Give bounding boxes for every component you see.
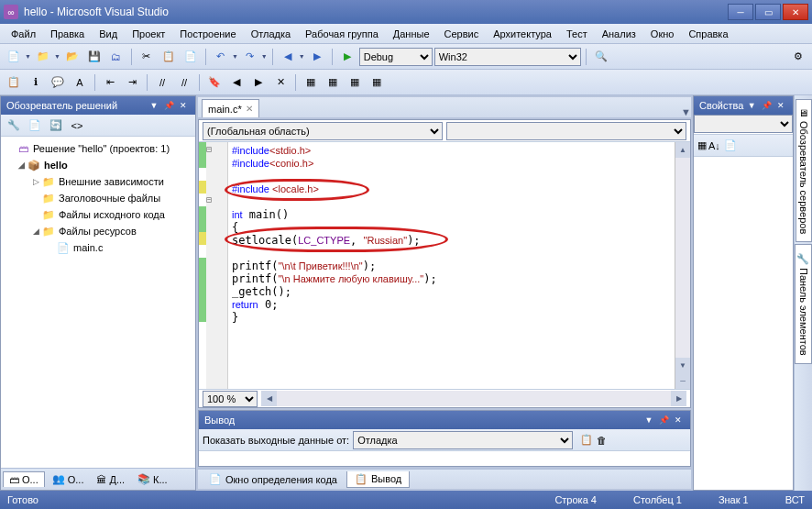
file-main-c[interactable]: main.c — [73, 242, 103, 253]
props-options-icon[interactable]: ▼ — [745, 99, 758, 112]
bookmark-button[interactable]: 🔖 — [204, 72, 225, 93]
folder-external[interactable]: Внешние зависимости — [59, 176, 164, 187]
refresh-icon[interactable]: 🔄 — [47, 116, 65, 135]
sol-tab-1[interactable]: 🗃О... — [3, 471, 45, 487]
output-pin-icon[interactable]: 📌 — [657, 414, 670, 426]
side-tab-toolbox[interactable]: 🔧Панель элементов — [795, 244, 812, 364]
menu-view[interactable]: Вид — [92, 27, 125, 41]
indent-less-button[interactable]: ⇤ — [100, 72, 120, 93]
complete-word-button[interactable]: A — [70, 72, 90, 93]
sol-tab-3[interactable]: 🏛Д... — [91, 472, 130, 487]
editor-hscroll[interactable]: ◀▶ — [261, 391, 686, 406]
copy-button[interactable]: 📋 — [159, 47, 179, 67]
output-clear-icon[interactable]: 🗑 — [597, 435, 607, 446]
props-pages-icon[interactable]: 📄 — [724, 139, 737, 151]
solution-tree[interactable]: 🗃Решение "hello" (проектов: 1) ◢📦hello ▷… — [1, 137, 195, 468]
solution-node[interactable]: Решение "hello" (проектов: 1) — [33, 143, 170, 154]
show-all-icon[interactable]: 📄 — [26, 116, 44, 135]
props-alpha-icon[interactable]: A↓ — [708, 140, 720, 151]
menu-help[interactable]: Справка — [681, 27, 735, 41]
save-all-button[interactable]: 🗂 — [106, 47, 126, 67]
tb2-btn1[interactable]: ▦ — [301, 72, 321, 93]
folder-resources[interactable]: Файлы ресурсов — [59, 226, 137, 237]
scope-select[interactable]: (Глобальная область) — [203, 122, 443, 140]
cut-button[interactable]: ✂ — [137, 47, 157, 67]
comment-button[interactable]: // — [152, 72, 172, 93]
start-button[interactable]: ▶ — [337, 47, 357, 67]
properties-icon[interactable]: 🔧 — [5, 116, 23, 135]
menu-team[interactable]: Рабочая группа — [298, 27, 386, 41]
indent-more-button[interactable]: ⇥ — [122, 72, 142, 93]
tab-code-definition[interactable]: 📄Окно определения кода — [202, 471, 345, 487]
status-bar: Готово Строка 4 Столбец 1 Знак 1 ВСТ — [0, 491, 812, 509]
properties-grid[interactable] — [694, 157, 793, 490]
find-button[interactable]: 🔍 — [591, 47, 611, 67]
editor-vscroll[interactable]: ▲▼─ — [675, 142, 690, 389]
output-close-icon[interactable]: ✕ — [672, 414, 685, 426]
menu-tools[interactable]: Сервис — [437, 27, 487, 41]
member-select[interactable] — [446, 122, 686, 140]
menu-arch[interactable]: Архитектура — [486, 27, 559, 41]
props-object-select[interactable] — [694, 115, 793, 133]
output-options-icon[interactable]: ▼ — [642, 414, 655, 426]
panel-pin-icon[interactable]: 📌 — [162, 99, 175, 112]
props-categorized-icon[interactable]: ▦ — [697, 139, 707, 151]
bookmark-clear-button[interactable]: ✕ — [270, 72, 291, 93]
redo-button[interactable]: ↷ — [240, 47, 260, 67]
open-button[interactable]: 📂 — [62, 47, 82, 67]
zoom-select[interactable]: 100 % — [203, 391, 258, 407]
output-goto-icon[interactable]: 📋 — [580, 434, 593, 446]
menu-debug[interactable]: Отладка — [244, 27, 298, 41]
new-project-button[interactable]: 📄 — [4, 47, 24, 67]
panel-options-icon[interactable]: ▼ — [148, 99, 160, 112]
panel-close-icon[interactable]: ✕ — [177, 99, 190, 112]
project-node[interactable]: hello — [44, 160, 68, 171]
menu-analyze[interactable]: Анализ — [595, 27, 643, 41]
tabs-dropdown-icon[interactable]: ▼ — [681, 106, 691, 117]
tb2-btn4[interactable]: ▦ — [367, 72, 387, 93]
sol-tab-4[interactable]: 📚К... — [132, 471, 173, 487]
code-text[interactable]: #include<stdio.h> #include<conio.h> #inc… — [228, 142, 675, 389]
nav-back-button[interactable]: ◀ — [278, 47, 298, 67]
nav-fwd-button[interactable]: ▶ — [307, 47, 327, 67]
menu-edit[interactable]: Правка — [43, 27, 92, 41]
paste-button[interactable]: 📄 — [181, 47, 201, 67]
maximize-button[interactable]: ▭ — [755, 4, 781, 20]
side-tab-server-explorer[interactable]: 🖥Обозреватель серверов — [796, 99, 812, 242]
tb2-btn2[interactable]: ▦ — [323, 72, 343, 93]
uncomment-button[interactable]: // — [174, 72, 194, 93]
tab-close-icon[interactable]: ✕ — [246, 104, 253, 114]
view-code-icon[interactable]: <> — [68, 116, 86, 135]
config-select[interactable]: Debug — [359, 48, 433, 66]
props-pin-icon[interactable]: 📌 — [760, 99, 773, 112]
bookmark-prev-button[interactable]: ◀ — [226, 72, 247, 93]
tab-output[interactable]: 📋Вывод — [346, 471, 410, 488]
param-info-button[interactable]: ℹ — [26, 72, 46, 93]
save-button[interactable]: 💾 — [84, 47, 104, 67]
menu-file[interactable]: Файл — [4, 27, 43, 41]
sol-tab-2[interactable]: 👥О... — [47, 471, 90, 487]
tab-main-c[interactable]: main.c* ✕ — [202, 99, 259, 117]
minimize-button[interactable]: ─ — [728, 4, 753, 20]
props-close-icon[interactable]: ✕ — [774, 99, 787, 112]
menu-window[interactable]: Окно — [643, 27, 682, 41]
tb2-btn3[interactable]: ▦ — [345, 72, 365, 93]
add-item-button[interactable]: 📁 — [33, 47, 53, 67]
member-list-button[interactable]: 📋 — [4, 72, 24, 93]
close-button[interactable]: ✕ — [783, 4, 808, 20]
menu-test[interactable]: Тест — [559, 27, 595, 41]
output-source-select[interactable]: Отладка — [353, 431, 573, 449]
folder-source[interactable]: Файлы исходного кода — [59, 209, 165, 220]
output-panel: Вывод ▼ 📌 ✕ Показать выходные данные от:… — [198, 410, 691, 467]
toolbar-options-button[interactable]: ⚙ — [788, 47, 808, 67]
menu-data[interactable]: Данные — [386, 27, 437, 41]
menu-project[interactable]: Проект — [125, 27, 172, 41]
folder-headers[interactable]: Заголовочные файлы — [59, 193, 160, 204]
undo-button[interactable]: ↶ — [211, 47, 231, 67]
bookmark-next-button[interactable]: ▶ — [248, 72, 269, 93]
code-editor[interactable]: ⊟⊟ #include<stdio.h> #include<conio.h> #… — [199, 142, 690, 389]
platform-select[interactable]: Win32 — [434, 48, 581, 66]
menu-build[interactable]: Построение — [172, 27, 243, 41]
status-ins: ВСТ — [785, 494, 805, 505]
quick-info-button[interactable]: 💬 — [48, 72, 68, 93]
